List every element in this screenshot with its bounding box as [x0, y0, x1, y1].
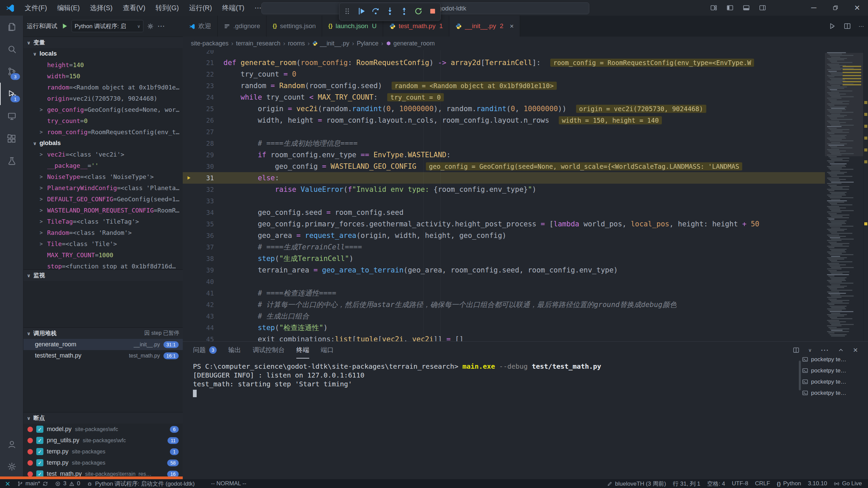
variable-row[interactable]: >room_config = RoomRequestConfig(env_t…: [23, 126, 183, 138]
panel-dropdown-icon[interactable]: ∨: [808, 347, 812, 353]
gutter-marker[interactable]: [183, 174, 196, 182]
variable-row[interactable]: __package__ = '': [23, 160, 183, 171]
encoding[interactable]: UTF-8: [728, 479, 751, 488]
breadcrumb-item[interactable]: Pylance: [357, 40, 378, 47]
activity-remote-explorer[interactable]: [0, 105, 23, 127]
git-blame[interactable]: blueloveTH (3 周前): [604, 479, 669, 488]
close-panel-icon[interactable]: ×: [853, 345, 858, 355]
debug-toolbar-stop[interactable]: [428, 7, 437, 17]
activity-run-and-debug[interactable]: 1: [0, 83, 23, 105]
scope-globals[interactable]: ∨globals: [23, 138, 183, 149]
minimize-icon[interactable]: ─: [803, 0, 825, 16]
variable-row[interactable]: >DEFAULT_GEO_CONFIG = GeoConfig(seed=1…: [23, 194, 183, 205]
scope-locals[interactable]: ∨locals: [23, 48, 183, 59]
breakpoint-row[interactable]: ✓temp.pysite-packages58: [23, 457, 183, 468]
tab-gdignore[interactable]: .gdignore: [218, 16, 267, 37]
debug-config-dropdown[interactable]: Python 调试程序: 启 ∨: [72, 20, 143, 32]
panel-tab-problems[interactable]: 问题3: [193, 342, 217, 359]
activity-settings[interactable]: [0, 455, 23, 478]
variable-row[interactable]: random = <Random object at 0x1bf9d01e…: [23, 82, 183, 93]
overview-ruler[interactable]: [863, 50, 868, 341]
activity-source-control[interactable]: 3: [0, 60, 23, 83]
remote-indicator[interactable]: [1, 479, 14, 488]
stack-frame[interactable]: test/test_math.pytest_math.py16:1: [23, 350, 183, 361]
activity-extensions[interactable]: [0, 127, 23, 150]
toggle-secondary-sidebar-icon[interactable]: [759, 4, 766, 12]
terminal-output[interactable]: PS C:\computer_science\godot-ldtk\site-p…: [193, 362, 793, 477]
debug-config-status[interactable]: Python 调试程序: 启动文件 (godot-ldtk): [83, 479, 198, 488]
indentation[interactable]: 空格: 4: [704, 479, 729, 488]
variable-row[interactable]: MAX_TRY_COUNT = 1000: [23, 249, 183, 261]
menu-file[interactable]: 文件(F): [20, 0, 52, 16]
checkbox-checked-icon[interactable]: ✓: [36, 426, 43, 433]
variable-row[interactable]: width = 150: [23, 70, 183, 82]
more-actions-icon[interactable]: ⋯: [859, 23, 864, 29]
restore-icon[interactable]: [825, 0, 846, 16]
split-terminal-icon[interactable]: [793, 347, 800, 353]
variable-row[interactable]: >vec2i = <class 'vec2i'>: [23, 149, 183, 160]
python-version[interactable]: 3.10.10: [805, 479, 831, 488]
terminal-instance[interactable]: pocketpy te…: [802, 365, 865, 376]
maximize-panel-icon[interactable]: [837, 347, 844, 353]
toggle-panel-icon[interactable]: [743, 4, 750, 12]
debug-toolbar-step-into[interactable]: [386, 7, 394, 17]
panel-tab-ports[interactable]: 端口: [321, 342, 334, 359]
activity-testing[interactable]: [0, 150, 23, 172]
git-branch[interactable]: main*: [14, 479, 52, 488]
stack-frame[interactable]: generate_room__init__.py31:1: [23, 339, 183, 350]
breadcrumb-item[interactable]: terrain_research: [236, 40, 280, 47]
terminal-instance[interactable]: pocketpy te…: [802, 387, 865, 399]
variable-row[interactable]: >geo_config = GeoConfig(seed=None, wor…: [23, 104, 183, 115]
section-breakpoints[interactable]: ∨ 断点: [23, 412, 183, 424]
panel-tab-output[interactable]: 输出: [228, 342, 241, 359]
menu-terminal[interactable]: 终端(T): [217, 0, 250, 16]
debug-toolbar-continue[interactable]: [357, 7, 366, 17]
activity-explorer[interactable]: [0, 16, 23, 38]
close-window-icon[interactable]: ×: [846, 0, 868, 16]
variable-row[interactable]: origin = vec2i(7205730, 9024468): [23, 93, 183, 104]
menu-go[interactable]: 转到(G): [151, 0, 184, 16]
variable-row[interactable]: >Random = <class 'Random'>: [23, 227, 183, 238]
debug-toolbar-step-over[interactable]: [371, 7, 380, 17]
eol[interactable]: CRLF: [752, 479, 773, 488]
breadcrumb-item[interactable]: site-packages: [191, 40, 229, 47]
section-call-stack[interactable]: ∨ 调用堆栈 因 step 已暂停: [23, 327, 183, 339]
tab-settings-json[interactable]: {}settings.json: [267, 16, 322, 37]
variable-row[interactable]: >PlanetaryWindConfig = <class 'Planeta…: [23, 182, 183, 194]
gear-icon[interactable]: [147, 23, 154, 30]
terminal-scrollbar[interactable]: [799, 361, 801, 390]
breakpoint-row[interactable]: ✓model.pysite-packages\wfc6: [23, 424, 183, 435]
checkbox-checked-icon[interactable]: ✓: [36, 459, 43, 466]
toggle-sidebar-icon[interactable]: [726, 4, 734, 12]
menu-run[interactable]: 运行(R): [184, 0, 217, 16]
checkbox-checked-icon[interactable]: ✓: [36, 448, 43, 455]
section-variables[interactable]: ∨ 变量: [23, 37, 183, 48]
variable-row[interactable]: height = 140: [23, 59, 183, 70]
code-editor[interactable]: 2021def generate_room(room_config: RoomR…: [183, 50, 868, 341]
panel-tab-debug-console[interactable]: 调试控制台: [253, 342, 285, 359]
menu-selection[interactable]: 选择(S): [85, 0, 118, 16]
debug-toolbar-restart[interactable]: [414, 7, 423, 17]
go-live[interactable]: Go Live: [830, 479, 865, 488]
breadcrumb-item[interactable]: __init__.py: [312, 40, 349, 47]
run-more-icon[interactable]: ⋯: [157, 22, 165, 30]
debug-toolbar-drag-handle[interactable]: [343, 7, 352, 17]
breakpoint-row[interactable]: ✓temp.pysite-packages1: [23, 446, 183, 457]
menu-view[interactable]: 查看(V): [118, 0, 151, 16]
breadcrumb-item[interactable]: rooms: [288, 40, 305, 47]
variable-row[interactable]: >TileTag = <class 'TileTag'>: [23, 216, 183, 227]
problems-status[interactable]: 30: [52, 479, 83, 488]
variable-row[interactable]: try_count = 0: [23, 115, 183, 126]
panel-more-icon[interactable]: ⋯: [821, 345, 829, 355]
minimap[interactable]: [825, 50, 864, 341]
customize-layout-icon[interactable]: [710, 4, 717, 12]
vim-mode[interactable]: -- NORMAL --: [208, 479, 250, 488]
menu-edit[interactable]: 编辑(E): [52, 0, 85, 16]
language-mode[interactable]: {}Python: [773, 479, 805, 488]
terminal-instance[interactable]: pocketpy te…: [802, 376, 865, 387]
split-editor-icon[interactable]: [844, 22, 851, 30]
tab-init-py[interactable]: __init__.py2×: [449, 16, 520, 37]
variable-row[interactable]: >NoiseType = <class 'NoiseType'>: [23, 171, 183, 182]
activity-account[interactable]: [0, 433, 23, 455]
variable-row[interactable]: >WASTELAND_ROOM_REQUEST_CONFIG = RoomR…: [23, 205, 183, 216]
